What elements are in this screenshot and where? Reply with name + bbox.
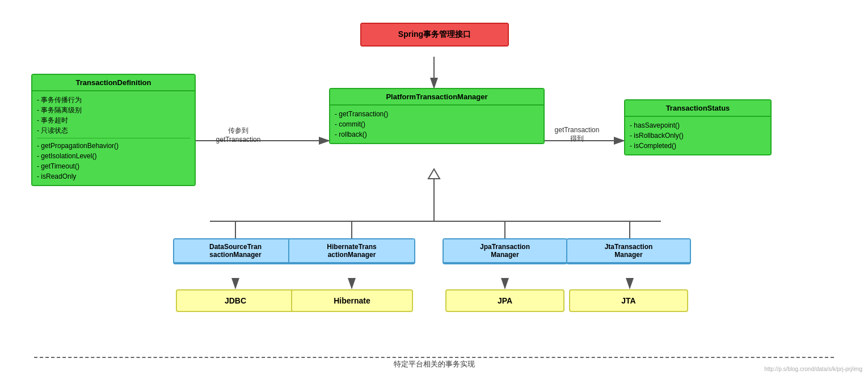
jta-manager-box: JtaTransactionManager	[566, 238, 691, 264]
td-line-7: - getTimeout()	[37, 161, 190, 171]
td-line-2: - 事务隔离级别	[37, 105, 190, 115]
datasource-manager-header: DataSourceTransactionManager	[174, 239, 297, 263]
watermark: http://p.s/blog.crond/data/s/k/prj-prj/i…	[764, 366, 862, 372]
diagram-container: Spring事务管理接口 TransactionDefinition - 事务传…	[0, 0, 868, 375]
ptm-header: PlatformTransactionManager	[330, 89, 543, 106]
ptm-line-3: - rollback()	[335, 129, 539, 140]
transaction-status-box: TransactionStatus - hasSavepoint() - isR…	[624, 99, 772, 155]
arrows-svg	[0, 0, 868, 375]
hibernate-label: Hibernate	[292, 290, 412, 311]
jpa-label: JPA	[446, 290, 563, 311]
spring-interface-box: Spring事务管理接口	[360, 23, 509, 47]
ptm-body: - getTransaction() - commit() - rollback…	[330, 106, 543, 143]
hibernate-box: Hibernate	[291, 289, 413, 312]
transaction-definition-header: TransactionDefinition	[32, 75, 195, 91]
datasource-manager-box: DataSourceTransactionManager	[173, 238, 298, 264]
hibernate-manager-header: HibernateTransactionManager	[289, 239, 414, 263]
td-line-1: - 事务传播行为	[37, 95, 190, 105]
ts-header: TransactionStatus	[625, 100, 770, 117]
dotted-line	[34, 357, 834, 358]
ptm-line-1: - getTransaction()	[335, 109, 539, 119]
td-line-5: - getPropagationBehavior()	[37, 141, 190, 151]
hibernate-manager-box: HibernateTransactionManager	[288, 238, 415, 264]
dotted-label: 特定平台相关的事务实现	[394, 359, 475, 369]
ts-line-3: - isCompleted()	[630, 141, 766, 151]
jta-box: JTA	[569, 289, 688, 312]
jpa-box: JPA	[445, 289, 564, 312]
jta-label: JTA	[570, 290, 687, 311]
ts-line-1: - hasSavepoint()	[630, 120, 766, 130]
jdbc-box: JDBC	[176, 289, 295, 312]
td-line-4: - 只读状态	[37, 125, 190, 136]
jpa-manager-header: JpaTransactionManager	[444, 239, 566, 263]
ts-body: - hasSavepoint() - isRollbackOnly() - is…	[625, 117, 770, 154]
spring-interface-label: Spring事务管理接口	[361, 24, 508, 45]
transaction-definition-box: TransactionDefinition - 事务传播行为 - 事务隔离级别 …	[31, 74, 196, 186]
ptm-line-2: - commit()	[335, 119, 539, 129]
ts-line-2: - isRollbackOnly()	[630, 130, 766, 141]
arrow-label-right: getTransaction得到	[546, 126, 608, 144]
arrow-label-left: 传参到 getTransaction	[210, 126, 267, 144]
td-line-8: - isReadOnly	[37, 171, 190, 182]
td-line-6: - getIsolationLevel()	[37, 151, 190, 161]
td-line-3: - 事务超时	[37, 115, 190, 125]
jpa-manager-box: JpaTransactionManager	[443, 238, 567, 264]
svg-marker-7	[428, 169, 440, 179]
jdbc-label: JDBC	[177, 290, 294, 311]
platform-transaction-manager-box: PlatformTransactionManager - getTransact…	[329, 88, 545, 144]
jta-manager-header: JtaTransactionManager	[567, 239, 690, 263]
transaction-definition-body: - 事务传播行为 - 事务隔离级别 - 事务超时 - 只读状态 - getPro…	[32, 91, 195, 185]
